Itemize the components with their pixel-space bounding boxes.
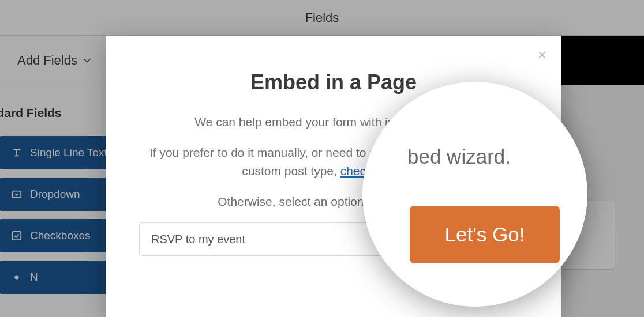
text-icon [12, 148, 22, 158]
magnifier-callout: bed wizard. Let's Go! [362, 82, 587, 307]
page-header: Fields [0, 0, 644, 36]
field-label: Single Line Text [30, 146, 107, 159]
bullet-icon [12, 272, 22, 282]
svg-rect-0 [13, 191, 21, 198]
add-fields-dropdown[interactable]: Add Fields [17, 53, 91, 68]
page-title: Fields [305, 10, 339, 25]
checkbox-icon [12, 231, 22, 241]
lets-go-button[interactable]: Let's Go! [410, 206, 560, 263]
dropdown-icon [12, 189, 22, 199]
form-name-input[interactable]: RSVP to my event [139, 222, 387, 256]
field-label: Dropdown [30, 188, 80, 201]
add-fields-label: Add Fields [17, 53, 77, 68]
field-label: N [30, 271, 38, 284]
magnifier-text: bed wizard. [407, 145, 511, 168]
field-label: Checkboxes [30, 229, 91, 242]
chevron-down-icon [83, 56, 91, 65]
svg-rect-1 [13, 232, 21, 240]
svg-point-2 [14, 275, 18, 279]
close-button[interactable]: × [538, 47, 546, 62]
